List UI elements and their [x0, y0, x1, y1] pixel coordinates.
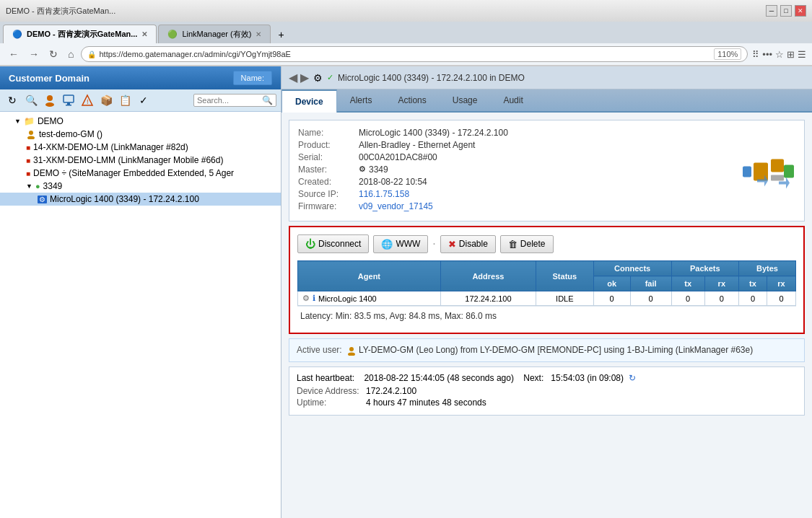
- svg-point-7: [29, 131, 33, 135]
- heartbeat-value: 2018-08-22 15:44:05 (48 seconds ago): [364, 373, 514, 383]
- device-title: MicroLogic 1400 (3349) - 172.24.2.100 in…: [338, 73, 525, 83]
- tree-label-test-demo-gm: test-demo-GM (): [39, 129, 102, 139]
- bytes-rx: 0: [767, 291, 795, 306]
- next-device-arrow[interactable]: ▶: [300, 71, 309, 84]
- th-bytes-tx: tx: [738, 276, 767, 291]
- svg-rect-3: [67, 102, 70, 105]
- next-label: Next:: [523, 373, 543, 383]
- tabs-bar: Device Alerts Actions Usage Audit: [281, 89, 812, 113]
- user-icon-active: [346, 346, 357, 356]
- next-value: 15:54:03 (in 09:08): [551, 373, 624, 383]
- tab-audit[interactable]: Audit: [490, 89, 536, 111]
- browser-tab-linkmanager[interactable]: 🟢 LinkManager (有效) ✕: [158, 25, 271, 43]
- connects-fail: 0: [630, 291, 671, 306]
- svg-rect-13: [784, 164, 794, 177]
- th-connects-ok: ok: [593, 276, 630, 291]
- qr-icon[interactable]: ⠿: [752, 49, 759, 60]
- refresh-icon[interactable]: ↻: [4, 92, 20, 108]
- browser-tab-bar: 🔵 DEMO - 西肯麦演示GateMan... ✕ 🟢 LinkManager…: [0, 22, 812, 43]
- url-bar[interactable]: 🔒 https://demo.gatemanager.cn/admin/cgi/…: [81, 46, 748, 62]
- new-tab-button[interactable]: +: [272, 26, 289, 43]
- agent-name-value: MicroLogic 1400: [318, 294, 377, 303]
- action-section: ⏻ Disconnect 🌐 WWW · ✖ Disable 🗑 Delet: [289, 226, 805, 334]
- back-button[interactable]: ←: [6, 47, 22, 61]
- reload-button[interactable]: ↻: [46, 47, 61, 61]
- more-icon[interactable]: •••: [762, 49, 772, 60]
- svg-text:!: !: [87, 98, 89, 105]
- info-row-serial: Serial: 00C0A201DAC8#00: [298, 152, 795, 162]
- package-icon[interactable]: 📦: [98, 92, 114, 108]
- extensions-icon[interactable]: ⊞: [787, 49, 795, 60]
- delete-label: Delete: [520, 239, 546, 249]
- disconnect-button[interactable]: ⏻ Disconnect: [297, 234, 369, 253]
- packets-rx: 0: [704, 291, 738, 306]
- product-value: Allen-Bradley - Ethernet Agent: [359, 140, 475, 150]
- tree-container: ▼ 📁 DEMO test-demo-GM () ■ 14-XKM-DEMO-L…: [0, 112, 281, 518]
- btn-separator: ·: [432, 237, 435, 250]
- disconnect-icon: ⏻: [305, 238, 315, 250]
- tree-item-31xkm[interactable]: ■ 31-XKM-DEMO-LMM (LinkManager Mobile #6…: [0, 154, 281, 167]
- www-button[interactable]: 🌐 WWW: [373, 235, 428, 253]
- bookmark-icon[interactable]: ☆: [775, 49, 784, 60]
- device-address-row: Device Address: 172.24.2.100: [297, 386, 797, 396]
- maximize-button[interactable]: □: [780, 5, 792, 17]
- refresh-heartbeat-icon[interactable]: ↻: [629, 373, 636, 383]
- check-icon[interactable]: ✓: [136, 92, 152, 108]
- close-panel-button[interactable]: Name:: [233, 71, 272, 85]
- clipboard-icon[interactable]: 📋: [117, 92, 133, 108]
- source-ip-label: Source IP:: [298, 189, 356, 199]
- tab-device[interactable]: Device: [281, 89, 337, 113]
- monitor-icon[interactable]: [61, 92, 77, 108]
- info-row-firmware: Firmware: v09_vendor_17145: [298, 201, 795, 211]
- uptime-value: 4 hours 47 minutes 48 seconds: [366, 398, 486, 408]
- latency-text: Latency: Min: 83.5 ms, Avg: 84.8 ms, Max…: [300, 311, 497, 321]
- active-user-label: Active user:: [297, 345, 342, 355]
- latency-row: Latency: Min: 83.5 ms, Avg: 84.8 ms, Max…: [297, 306, 796, 325]
- tab-usage[interactable]: Usage: [440, 89, 491, 111]
- alert-icon[interactable]: !: [79, 92, 95, 108]
- home-button[interactable]: ⌂: [65, 47, 77, 61]
- action-buttons-row: ⏻ Disconnect 🌐 WWW · ✖ Disable 🗑 Delet: [297, 234, 796, 253]
- tab-close-icon[interactable]: ✕: [141, 30, 147, 38]
- www-label: WWW: [396, 239, 420, 249]
- bookmarks-bar-icon[interactable]: ☰: [798, 49, 806, 60]
- disable-button[interactable]: ✖ Disable: [440, 235, 496, 253]
- tree-item-demo-sm[interactable]: ■ DEMO ÷ (SiteManager Embedded Extended,…: [0, 167, 281, 180]
- tree-item-micrologics[interactable]: ⚙ MicroLogic 1400 (3349) - 172.24.2.100: [0, 193, 281, 206]
- firmware-value: v09_vendor_17145: [359, 201, 433, 211]
- nav-arrows: ◀ ▶: [289, 71, 309, 84]
- tab-close-icon-2[interactable]: ✕: [256, 30, 261, 38]
- tab-alerts[interactable]: Alerts: [337, 89, 385, 111]
- www-icon: 🌐: [381, 239, 393, 250]
- tree-item-label: DEMO: [38, 116, 64, 126]
- device-address-label: Device Address:: [297, 386, 362, 396]
- search-input[interactable]: [197, 96, 262, 105]
- tree-search[interactable]: 🔍: [193, 94, 276, 107]
- minimize-button[interactable]: ─: [766, 5, 777, 17]
- info-row-source-ip: Source IP: 116.1.75.158: [298, 189, 795, 199]
- tree-item-test-demo-gm[interactable]: test-demo-GM (): [0, 128, 281, 141]
- forward-button[interactable]: →: [26, 47, 42, 61]
- info-row-name: Name: MicroLogic 1400 (3349) - 172.24.2.…: [298, 128, 795, 138]
- delete-button[interactable]: 🗑 Delete: [500, 235, 554, 253]
- search-submit-icon[interactable]: 🔍: [262, 95, 273, 105]
- tree-item-14xkm[interactable]: ■ 14-XKM-DEMO-LM (LinkManager #82d): [0, 141, 281, 154]
- prev-device-arrow[interactable]: ◀: [289, 71, 297, 84]
- tree-item-3349[interactable]: ▼ ● 3349: [0, 180, 281, 193]
- created-label: Created:: [298, 177, 356, 187]
- svg-point-16: [349, 347, 354, 351]
- tab-actions[interactable]: Actions: [385, 89, 439, 111]
- tab-favicon: 🔵: [12, 30, 22, 39]
- svg-point-17: [348, 352, 355, 356]
- search-toolbar-icon[interactable]: 🔍: [23, 92, 39, 108]
- tree-item-demo[interactable]: ▼ 📁 DEMO: [0, 115, 281, 128]
- user-icon[interactable]: [42, 92, 58, 108]
- source-ip-value: 116.1.75.158: [359, 189, 409, 199]
- window-controls: ─ □ ✕: [766, 5, 806, 17]
- window-close-button[interactable]: ✕: [795, 5, 806, 17]
- device-header-bar: ◀ ▶ ⚙ ✓ MicroLogic 1400 (3349) - 172.24.…: [281, 66, 812, 89]
- tab-favicon-2: 🟢: [167, 30, 178, 39]
- left-panel: Customer Domain Name: ↻ 🔍 ! 📦 📋 ✓ 🔍: [0, 66, 281, 518]
- serial-label: Serial:: [298, 152, 356, 162]
- browser-tab-demo[interactable]: 🔵 DEMO - 西肯麦演示GateMan... ✕: [3, 25, 157, 43]
